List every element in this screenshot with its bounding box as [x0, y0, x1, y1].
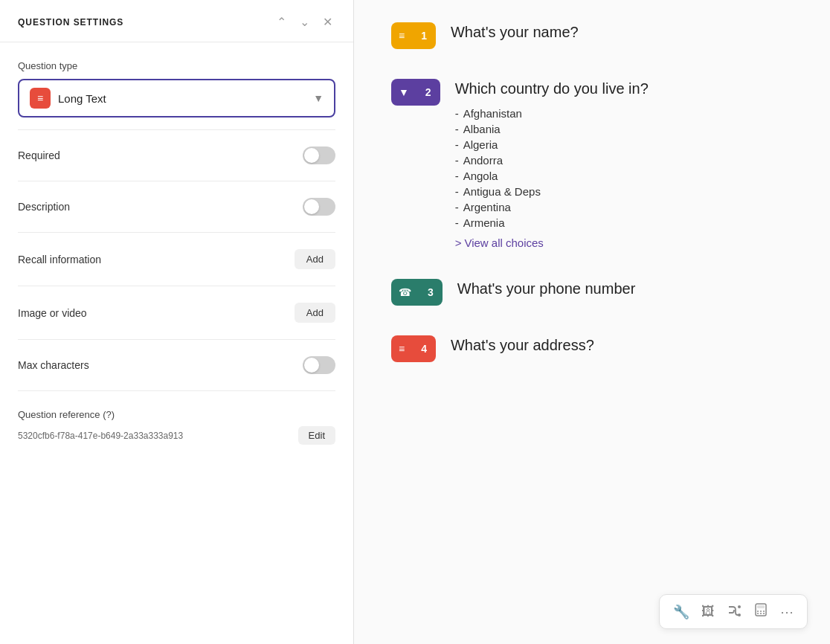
panel-header: QUESTION SETTINGS ⌃ ⌄ ✕ — [0, 0, 353, 42]
view-all-arrow: > — [455, 236, 462, 249]
more-options-icon[interactable]: ⋯ — [780, 604, 794, 620]
list-item: Antigua & Deps — [455, 184, 793, 199]
image-icon[interactable]: 🖼 — [701, 604, 715, 619]
q1-number: 1 — [412, 22, 436, 49]
list-item: Argentina — [455, 199, 793, 215]
question-type-label: Question type — [18, 60, 335, 71]
required-toggle[interactable] — [303, 146, 335, 164]
q3-content: What's your phone number — [457, 279, 793, 304]
recall-add-button[interactable]: Add — [295, 249, 335, 269]
question-badge-1: ≡ 1 — [391, 22, 436, 49]
q4-number: 4 — [412, 335, 436, 362]
q2-number: 2 — [416, 79, 440, 106]
left-panel: QUESTION SETTINGS ⌃ ⌄ ✕ Question type ≡ … — [0, 0, 354, 644]
question-ref-label: Question reference (?) — [18, 409, 335, 420]
description-row: Description — [18, 184, 335, 229]
question-card-2: ▼ 2 Which country do you live in? Afghan… — [391, 79, 793, 249]
max-chars-toggle[interactable] — [303, 356, 335, 374]
question-badge-3: ☎ 3 — [391, 279, 443, 306]
q2-content: Which country do you live in? Afghanista… — [455, 79, 793, 249]
required-label: Required — [18, 149, 60, 161]
max-chars-label: Max characters — [18, 359, 89, 371]
divider-3 — [18, 232, 335, 233]
bottom-toolbar: 🔧 🖼 ⋯ — [659, 594, 808, 629]
question-card-1: ≡ 1 What's your name? — [391, 22, 793, 49]
divider-1 — [18, 129, 335, 130]
question-ref-value: 5320cfb6-f78a-417e-b649-2a33a333a913 — [18, 431, 292, 441]
panel-header-icons: ⌃ ⌄ ✕ — [274, 15, 335, 30]
chevron-down-icon: ▼ — [313, 92, 324, 104]
logic-icon[interactable] — [727, 602, 741, 621]
image-video-row: Image or video Add — [18, 289, 335, 336]
panel-title: QUESTION SETTINGS — [18, 17, 123, 28]
list-item: Algeria — [455, 137, 793, 152]
question-badge-2: ▼ 2 — [391, 79, 440, 106]
list-item: Armenia — [455, 215, 793, 231]
divider-2 — [18, 181, 335, 181]
edit-ref-button[interactable]: Edit — [298, 426, 335, 445]
svg-point-8 — [760, 613, 762, 614]
required-row: Required — [18, 133, 335, 178]
description-label: Description — [18, 201, 70, 213]
max-chars-row: Max characters — [18, 343, 335, 387]
q4-content: What's your address? — [451, 335, 793, 361]
q2-type-icon: ▼ — [391, 79, 416, 106]
q1-content: What's your name? — [451, 22, 793, 48]
svg-rect-3 — [757, 605, 765, 608]
q2-title: Which country do you live in? — [455, 79, 793, 98]
question-card-4: ≡ 4 What's your address? — [391, 335, 793, 362]
q1-title: What's your name? — [451, 22, 793, 42]
q3-title: What's your phone number — [457, 279, 793, 298]
question-badge-4: ≡ 4 — [391, 335, 436, 362]
right-panel: ≡ 1 What's your name? ▼ 2 Which country … — [354, 0, 830, 644]
recall-info-label: Recall information — [18, 254, 101, 265]
move-up-button[interactable]: ⌃ — [274, 15, 289, 30]
list-item: Angola — [455, 168, 793, 184]
list-item: Albania — [455, 121, 793, 137]
svg-point-0 — [738, 605, 741, 608]
country-list: Afghanistan Albania Algeria Andorra Ango… — [455, 106, 793, 231]
image-video-label: Image or video — [18, 307, 87, 319]
calculator-icon[interactable] — [753, 602, 768, 621]
question-reference-section: Question reference (?) 5320cfb6-f78a-417… — [18, 394, 335, 460]
list-item: Afghanistan — [455, 106, 793, 121]
question-ref-row: 5320cfb6-f78a-417e-b649-2a33a333a913 Edi… — [18, 426, 335, 445]
svg-point-6 — [763, 611, 765, 612]
q1-type-icon: ≡ — [391, 22, 412, 49]
question-card-3: ☎ 3 What's your phone number — [391, 279, 793, 306]
question-type-dropdown[interactable]: ≡ Long Text ▼ — [18, 79, 335, 117]
q4-title: What's your address? — [451, 335, 793, 355]
svg-point-5 — [760, 611, 762, 612]
close-button[interactable]: ✕ — [320, 15, 335, 30]
description-toggle[interactable] — [303, 198, 335, 216]
recall-info-row: Recall information Add — [18, 236, 335, 283]
svg-point-7 — [757, 613, 759, 614]
wrench-icon[interactable]: 🔧 — [673, 604, 689, 620]
svg-point-1 — [738, 614, 741, 616]
view-all-label: View all choices — [464, 236, 543, 249]
dropdown-type-icon: ≡ — [30, 88, 51, 109]
svg-point-9 — [763, 613, 765, 614]
q3-type-icon: ☎ — [391, 279, 419, 306]
q4-type-icon: ≡ — [391, 335, 412, 362]
move-down-button[interactable]: ⌄ — [297, 15, 312, 30]
q3-number: 3 — [419, 279, 443, 306]
image-add-button[interactable]: Add — [295, 303, 335, 323]
dropdown-type-label: Long Text — [58, 92, 106, 105]
divider-5 — [18, 339, 335, 340]
panel-body: Question type ≡ Long Text ▼ Required Des… — [0, 42, 353, 644]
view-all-choices-link[interactable]: > View all choices — [455, 236, 793, 249]
divider-4 — [18, 286, 335, 286]
svg-point-4 — [757, 611, 759, 612]
divider-6 — [18, 390, 335, 391]
list-item: Andorra — [455, 152, 793, 168]
